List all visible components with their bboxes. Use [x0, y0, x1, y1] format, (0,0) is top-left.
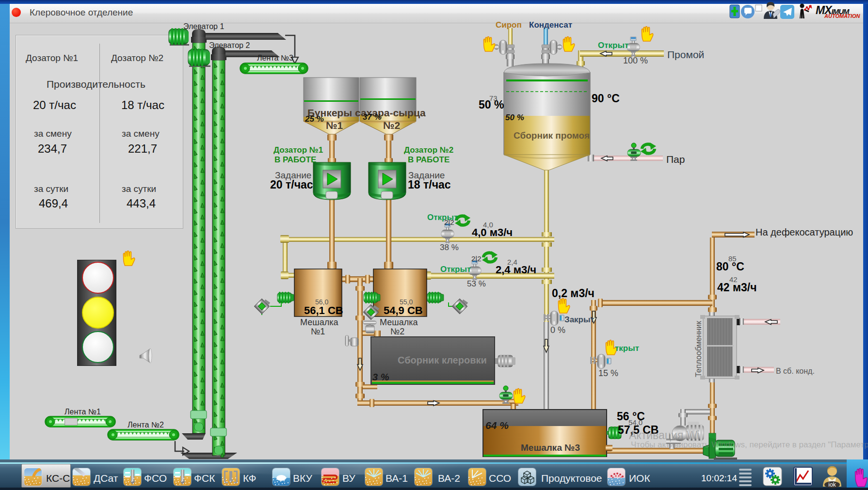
svg-text:iok: iok — [828, 481, 836, 488]
